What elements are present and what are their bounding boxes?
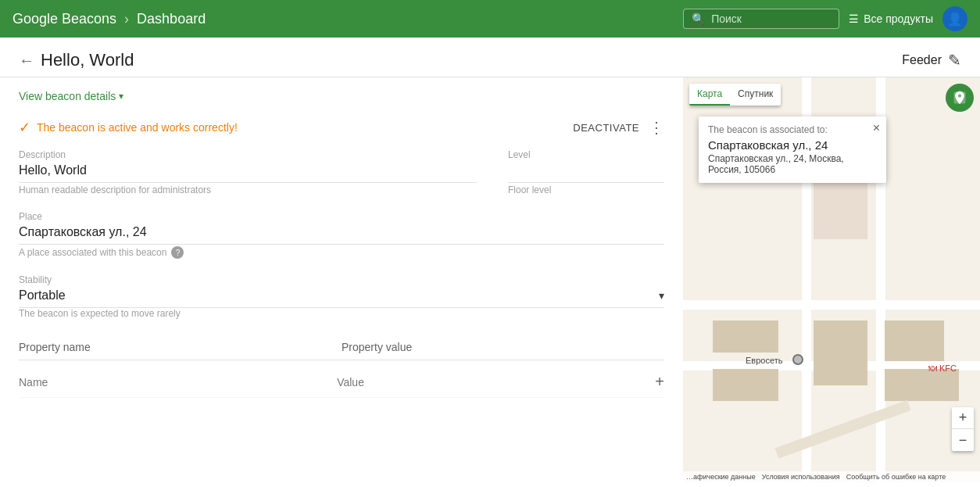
page-header: ← Hello, World Feeder ✎	[0, 38, 980, 77]
map-panel: 🍽 KFC Евросеть Карта Спутник × The beaco…	[683, 77, 980, 482]
place-hint-row: A place associated with this beacon ?	[19, 246, 664, 259]
popup-title: The beacon is associated to:	[708, 124, 877, 135]
avatar[interactable]: 👤	[942, 6, 967, 31]
popup-close-button[interactable]: ×	[873, 121, 880, 135]
stability-label: Stability	[19, 274, 664, 285]
nav-left: Google Beacons › Dashboard	[13, 11, 677, 27]
zoom-controls: + −	[952, 407, 974, 451]
feeder-label: Feeder	[902, 53, 942, 67]
avatar-icon: 👤	[947, 12, 963, 27]
app-title: Google Beacons	[13, 11, 116, 27]
map-building-3	[814, 320, 867, 385]
map-popup: × The beacon is associated to: Спартаков…	[699, 116, 886, 183]
map-building-2	[713, 369, 778, 401]
map-building-5	[885, 369, 959, 401]
menu-icon: ☰	[849, 13, 859, 25]
description-value: Hello, World	[19, 163, 477, 183]
add-property-button[interactable]: +	[655, 373, 664, 391]
search-input[interactable]	[711, 13, 828, 25]
status-text: The beacon is active and works correctly…	[37, 121, 238, 134]
page-header-right: Feeder ✎	[902, 51, 961, 70]
level-label: Level	[508, 149, 664, 160]
nav-right: 🔍 ☰ Все продукты 👤	[683, 6, 967, 31]
properties-header: Property name Property value	[19, 335, 664, 360]
check-icon: ✓	[19, 119, 30, 136]
beacon-type-button[interactable]	[946, 84, 974, 112]
stability-hint: The beacon is expected to move rarely	[19, 308, 664, 319]
description-field-group: Description Hello, World Human readable …	[19, 149, 477, 195]
popup-address-short: Спартаковская ул., 24	[708, 138, 877, 152]
edit-icon[interactable]: ✎	[948, 51, 961, 70]
map-footer-geodata: …афические данные	[686, 473, 756, 481]
chevron-down-icon: ▾	[119, 91, 123, 102]
search-box[interactable]: 🔍	[683, 9, 839, 29]
place-field-group: Place Спартаковская ул., 24 A place asso…	[19, 211, 664, 259]
dropdown-arrow-icon: ▾	[659, 289, 664, 302]
map-footer-terms[interactable]: Условия использования	[762, 473, 840, 481]
top-navigation: Google Beacons › Dashboard 🔍 ☰ Все проду…	[0, 0, 980, 38]
page-header-left: ← Hello, World	[19, 50, 134, 70]
map-container[interactable]: 🍽 KFC Евросеть Карта Спутник × The beaco…	[683, 77, 980, 482]
map-road-h1	[683, 300, 980, 310]
description-label: Description	[19, 149, 477, 160]
description-level-row: Description Hello, World Human readable …	[19, 149, 664, 195]
level-hint: Floor level	[508, 184, 664, 195]
left-panel: View beacon details ▾ ✓ The beacon is ac…	[0, 77, 683, 482]
zoom-in-button[interactable]: +	[952, 407, 974, 429]
deactivate-button[interactable]: DEACTIVATE	[573, 122, 639, 134]
zoom-out-button[interactable]: −	[952, 429, 974, 451]
map-building-1	[713, 320, 778, 353]
main-content: View beacon details ▾ ✓ The beacon is ac…	[0, 77, 980, 482]
place-value: Спартаковская ул., 24	[19, 225, 664, 245]
stability-field-group: Stability Portable ▾ The beacon is expec…	[19, 274, 664, 319]
status-left: ✓ The beacon is active and works correct…	[19, 119, 238, 136]
view-beacon-details-label: View beacon details	[19, 90, 116, 102]
search-icon: 🔍	[692, 13, 705, 25]
help-icon[interactable]: ?	[171, 246, 184, 259]
place-label: Place	[19, 211, 664, 222]
nav-current-page: Dashboard	[137, 11, 206, 27]
beacon-location-dot	[792, 354, 803, 365]
view-beacon-details-link[interactable]: View beacon details ▾	[19, 90, 664, 102]
map-footer-report[interactable]: Сообщить об ошибке на карте	[846, 473, 946, 481]
page-title: Hello, World	[41, 50, 134, 70]
property-name-col-header: Property name	[19, 341, 342, 353]
property-value-col-header: Property value	[342, 341, 664, 353]
map-tabs: Карта Спутник	[689, 84, 781, 106]
all-products-label: Все продукты	[864, 13, 933, 25]
popup-address-full: Спартаковская ул., 24, Москва, Россия, 1…	[708, 153, 877, 175]
evroset-label: Евросеть	[746, 356, 782, 365]
stability-select[interactable]: Portable ▾	[19, 288, 664, 308]
map-footer: …афические данные Условия использования …	[683, 471, 980, 482]
level-field-group: Level Floor level	[508, 149, 664, 195]
property-value-input[interactable]	[337, 373, 655, 391]
stability-value: Portable	[19, 288, 66, 303]
back-button[interactable]: ←	[19, 52, 34, 70]
map-tab-map[interactable]: Карта	[689, 84, 730, 106]
description-hint: Human readable description for administr…	[19, 184, 477, 195]
all-products-button[interactable]: ☰ Все продукты	[849, 13, 933, 25]
property-name-input[interactable]	[19, 373, 337, 391]
map-building-4	[885, 320, 944, 361]
more-options-icon[interactable]: ⋮	[649, 118, 664, 137]
map-tab-satellite[interactable]: Спутник	[730, 84, 781, 106]
property-add-row: +	[19, 367, 664, 398]
status-right: DEACTIVATE ⋮	[573, 118, 664, 137]
kfc-label: 🍽 KFC	[928, 363, 957, 373]
beacon-icon	[952, 90, 967, 106]
status-row: ✓ The beacon is active and works correct…	[19, 118, 664, 137]
place-hint: A place associated with this beacon	[19, 247, 166, 258]
nav-separator: ›	[124, 11, 129, 27]
level-value	[508, 163, 664, 183]
